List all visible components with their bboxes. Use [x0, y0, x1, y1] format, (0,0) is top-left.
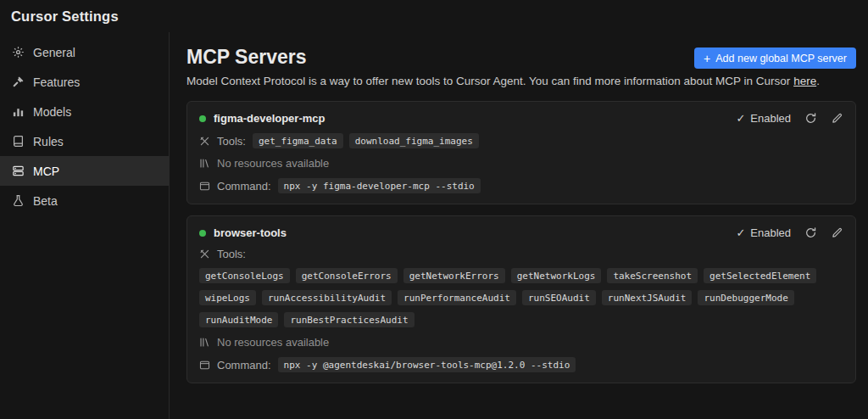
hammer-icon: [12, 75, 25, 88]
sidebar-item-label: MCP: [33, 165, 59, 178]
tool-chip: wipeLogs: [199, 290, 256, 305]
status-dot: [199, 230, 206, 237]
tool-chip: download_figma_images: [349, 133, 479, 148]
tool-chip: getConsoleErrors: [296, 268, 398, 283]
terminal-icon: [199, 181, 210, 192]
command-label: Command:: [217, 180, 271, 193]
terminal-icon: [199, 360, 210, 371]
mcp-description: Model Context Protocol is a way to offer…: [186, 75, 856, 87]
tool-chip: runNextJSAudit: [602, 290, 693, 305]
resources-text: No resources available: [217, 336, 329, 349]
server-name: figma-developer-mcp: [214, 112, 325, 125]
add-mcp-server-button[interactable]: + Add new global MCP server: [694, 47, 856, 69]
server-card-browser-tools: browser-tools ✓ Enabled: [186, 215, 856, 383]
sidebar-item-mcp[interactable]: MCP: [0, 156, 169, 186]
resources-row: No resources available: [199, 336, 843, 349]
tool-chip: runPerformanceAudit: [398, 290, 516, 305]
plus-icon: +: [704, 53, 710, 64]
enabled-toggle[interactable]: ✓ Enabled: [736, 112, 791, 125]
tools-chip-list: getConsoleLogsgetConsoleErrorsgetNetwork…: [199, 268, 843, 327]
enabled-label: Enabled: [750, 112, 791, 125]
command-row: Command: npx -y figma-developer-mcp --st…: [199, 178, 843, 193]
command-row: Command: npx -y @agentdeskai/browser-too…: [199, 357, 843, 372]
tool-chip: getNetworkLogs: [511, 268, 602, 283]
tool-chip: runAccessibilityAudit: [262, 290, 392, 305]
tools-row: Tools:: [199, 248, 843, 260]
resources-row: No resources available: [199, 157, 843, 170]
sidebar-item-models[interactable]: Models: [0, 97, 169, 126]
edit-icon[interactable]: [831, 226, 843, 239]
tool-chip: takeScreenshot: [607, 268, 698, 283]
sidebar-item-label: Rules: [33, 135, 64, 148]
add-mcp-server-label: Add new global MCP server: [715, 53, 847, 64]
check-icon: ✓: [736, 112, 745, 125]
titlebar: Cursor Settings: [0, 0, 868, 32]
mcp-docs-link[interactable]: here: [793, 75, 816, 87]
tools-row: Tools: get_figma_datadownload_figma_imag…: [199, 133, 843, 148]
tools-label: Tools:: [217, 248, 246, 260]
enabled-label: Enabled: [750, 226, 791, 239]
book-icon: [12, 135, 25, 148]
flask-icon: [12, 194, 25, 207]
bar-chart-icon: [12, 105, 25, 118]
status-dot: [199, 115, 206, 122]
check-icon: ✓: [736, 226, 745, 239]
sidebar-item-features[interactable]: Features: [0, 67, 169, 97]
server-card-figma-developer-mcp: figma-developer-mcp ✓ Enabled: [186, 101, 856, 204]
sidebar-item-label: Features: [33, 75, 80, 89]
tools-label: Tools:: [217, 135, 246, 148]
sidebar-item-label: Beta: [33, 194, 58, 208]
tools-icon: [199, 249, 210, 260]
sidebar-item-label: General: [33, 46, 75, 59]
resources-icon: [199, 337, 210, 348]
command-value: npx -y @agentdeskai/browser-tools-mcp@1.…: [278, 357, 576, 372]
command-value: npx -y figma-developer-mcp --stdio: [278, 178, 481, 193]
sidebar-item-general[interactable]: General: [0, 37, 169, 67]
cursor-settings-window: Cursor Settings General Features Models: [0, 0, 868, 419]
refresh-icon[interactable]: [804, 112, 817, 125]
enabled-toggle[interactable]: ✓ Enabled: [736, 226, 791, 239]
edit-icon[interactable]: [831, 112, 843, 125]
tool-chip: runBestPracticesAudit: [284, 312, 414, 327]
description-text: Model Context Protocol is a way to offer…: [186, 75, 793, 87]
tool-chip: runDebuggerMode: [698, 290, 793, 305]
sidebar-item-beta[interactable]: Beta: [0, 186, 169, 215]
sidebar-item-rules[interactable]: Rules: [0, 126, 169, 156]
resources-icon: [199, 158, 210, 169]
tool-chip: getSelectedElement: [704, 268, 816, 283]
tools-chip-list: get_figma_datadownload_figma_images: [253, 133, 479, 148]
server-name: browser-tools: [214, 226, 287, 239]
resources-text: No resources available: [217, 157, 329, 170]
tool-chip: getConsoleLogs: [199, 268, 290, 283]
server-icon: [12, 165, 25, 177]
gear-icon: [12, 46, 25, 59]
mcp-settings-panel: MCP Servers + Add new global MCP server …: [170, 32, 868, 419]
tools-icon: [199, 136, 210, 147]
sidebar: General Features Models Rules: [0, 32, 170, 419]
tool-chip: getNetworkErrors: [403, 268, 505, 283]
refresh-icon[interactable]: [804, 226, 817, 239]
sidebar-item-label: Models: [33, 105, 71, 119]
tool-chip: get_figma_data: [253, 133, 343, 148]
page-title: Cursor Settings: [11, 8, 119, 25]
command-label: Command:: [217, 359, 271, 372]
tool-chip: runSEOAudit: [522, 290, 596, 305]
section-title: MCP Servers: [186, 44, 307, 70]
tool-chip: runAuditMode: [199, 312, 278, 327]
description-period: .: [816, 75, 820, 87]
